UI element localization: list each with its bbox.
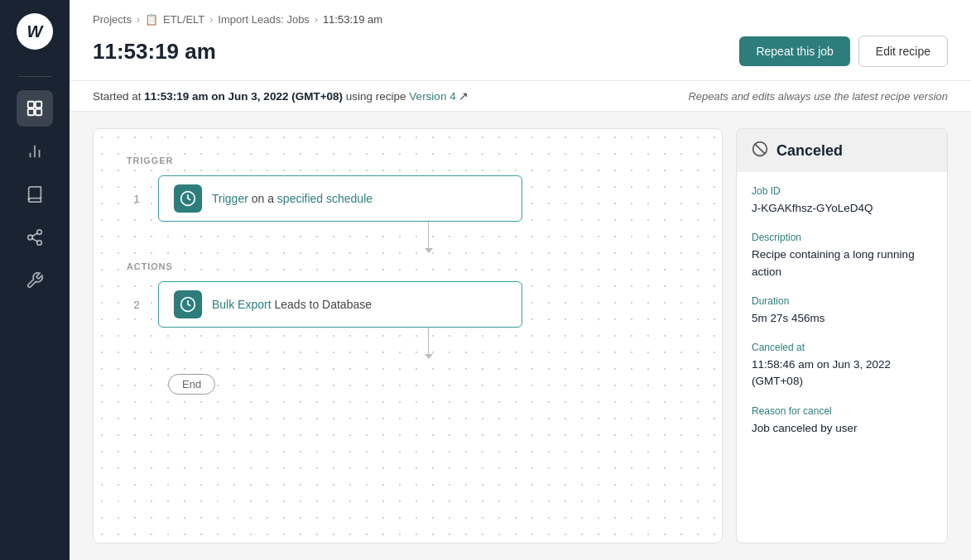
sidebar-item-community[interactable] bbox=[17, 176, 53, 213]
step-2-num: 2 bbox=[127, 294, 147, 314]
sidebar-item-recipes[interactable] bbox=[17, 90, 53, 127]
breadcrumb-sep-3: › bbox=[315, 14, 318, 26]
svg-point-7 bbox=[37, 230, 42, 235]
started-time: 11:53:19 am on Jun 3, 2022 (GMT+08) bbox=[144, 90, 343, 103]
duration-value: 5m 27s 456ms bbox=[752, 310, 932, 327]
connector-arrow-2 bbox=[425, 354, 433, 359]
content-area: TRIGGER 1 Trigger on a bbox=[70, 112, 971, 560]
canceled-at-field: Canceled at 11:58:46 am on Jun 3, 2022 (… bbox=[752, 342, 932, 390]
breadcrumb-sep-1: › bbox=[137, 14, 140, 26]
header-actions: Repeat this job Edit recipe bbox=[739, 36, 948, 67]
sub-header-info: Started at 11:53:19 am on Jun 3, 2022 (G… bbox=[93, 89, 469, 103]
sidebar-divider bbox=[18, 76, 51, 77]
page-title: 11:53:19 am bbox=[93, 39, 216, 65]
main-content: Projects › 📋 ETL/ELT › Import Leads: Job… bbox=[70, 0, 971, 560]
svg-point-9 bbox=[37, 241, 42, 246]
sidebar-item-connections[interactable] bbox=[17, 219, 53, 256]
step-2-icon bbox=[174, 290, 202, 318]
svg-rect-1 bbox=[36, 102, 41, 108]
step-1-trigger: Trigger bbox=[212, 192, 248, 205]
sidebar-item-tools[interactable] bbox=[17, 262, 53, 299]
panel-body: Job ID J-KGAKfhsz-GYoLeD4Q Description R… bbox=[737, 172, 947, 465]
svg-line-10 bbox=[32, 238, 37, 242]
external-link-icon: ↗ bbox=[459, 90, 469, 103]
canceled-at-label: Canceled at bbox=[752, 342, 932, 353]
breadcrumb-jobs[interactable]: Import Leads: Jobs bbox=[218, 13, 310, 26]
step-1-schedule: specified schedule bbox=[277, 192, 373, 205]
reason-label: Reason for cancel bbox=[752, 405, 932, 417]
step-1-icon bbox=[174, 184, 202, 213]
reason-value: Job canceled by user bbox=[752, 420, 932, 437]
flow-diagram: TRIGGER 1 Trigger on a bbox=[93, 128, 723, 543]
clock-icon bbox=[180, 190, 196, 207]
wrench-icon bbox=[26, 271, 44, 290]
breadcrumb-projects[interactable]: Projects bbox=[93, 13, 132, 26]
breadcrumb-current: 11:53:19 am bbox=[323, 13, 382, 26]
version-link[interactable]: Version 4 bbox=[409, 90, 455, 103]
step-1-text: Trigger on a specified schedule bbox=[212, 192, 373, 205]
reason-field: Reason for cancel Job canceled by user bbox=[752, 405, 932, 437]
logo-text: W bbox=[27, 22, 43, 41]
step-1-num: 1 bbox=[127, 189, 147, 208]
description-value: Recipe containing a long running action bbox=[752, 246, 932, 280]
flow-inner: TRIGGER 1 Trigger on a bbox=[94, 129, 722, 421]
breadcrumb-recipe-icon: 📋 bbox=[145, 13, 158, 26]
connector-2 bbox=[168, 328, 689, 364]
connector-arrow-1 bbox=[425, 248, 433, 253]
recipes-icon bbox=[26, 99, 44, 117]
connections-icon bbox=[26, 228, 44, 246]
breadcrumb-etl[interactable]: ETL/ELT bbox=[163, 13, 204, 26]
svg-point-8 bbox=[28, 235, 33, 240]
svg-line-11 bbox=[32, 233, 37, 237]
step-1-card[interactable]: Trigger on a specified schedule bbox=[158, 175, 522, 222]
step-2-card[interactable]: Bulk Export Leads to Database bbox=[158, 281, 522, 328]
svg-rect-0 bbox=[28, 102, 34, 108]
started-label: Started at bbox=[93, 90, 142, 103]
end-badge: End bbox=[168, 374, 215, 395]
clock-icon-2 bbox=[180, 296, 196, 313]
sub-header: Started at 11:53:19 am on Jun 3, 2022 (G… bbox=[70, 81, 971, 112]
side-panel: Canceled Job ID J-KGAKfhsz-GYoLeD4Q Desc… bbox=[736, 128, 948, 543]
step-2-text: Bulk Export Leads to Database bbox=[212, 298, 372, 311]
header: Projects › 📋 ETL/ELT › Import Leads: Job… bbox=[70, 0, 971, 81]
status-banner: Canceled bbox=[737, 129, 947, 172]
using-recipe-label: using recipe bbox=[346, 90, 410, 103]
connector-1 bbox=[168, 222, 689, 258]
connector-line-2 bbox=[428, 328, 430, 354]
svg-line-15 bbox=[755, 144, 765, 154]
job-id-value: J-KGAKfhsz-GYoLeD4Q bbox=[752, 200, 932, 217]
sidebar: W bbox=[0, 0, 70, 560]
breadcrumb: Projects › 📋 ETL/ELT › Import Leads: Job… bbox=[93, 13, 948, 26]
status-title: Canceled bbox=[776, 142, 843, 160]
repeat-job-button[interactable]: Repeat this job bbox=[739, 36, 849, 66]
end-node: End bbox=[168, 374, 689, 395]
edit-recipe-button[interactable]: Edit recipe bbox=[858, 36, 948, 67]
trigger-label: TRIGGER bbox=[127, 156, 689, 165]
header-row: 11:53:19 am Repeat this job Edit recipe bbox=[93, 36, 948, 80]
step-2-leads: Leads to Database bbox=[274, 298, 372, 311]
svg-rect-3 bbox=[36, 109, 41, 115]
duration-field: Duration 5m 27s 456ms bbox=[752, 295, 932, 327]
step-2-bulk-export: Bulk Export bbox=[212, 298, 272, 311]
canceled-at-value: 11:58:46 am on Jun 3, 2022 (GMT+08) bbox=[752, 357, 932, 390]
connector-line-1 bbox=[428, 222, 430, 248]
book-icon bbox=[26, 185, 44, 203]
dashboard-icon bbox=[26, 142, 44, 160]
flow-step-1: 1 Trigger on a specified schedule bbox=[127, 175, 689, 222]
description-label: Description bbox=[752, 232, 932, 243]
job-id-field: Job ID J-KGAKfhsz-GYoLeD4Q bbox=[752, 185, 932, 217]
duration-label: Duration bbox=[752, 295, 932, 307]
description-field: Description Recipe containing a long run… bbox=[752, 232, 932, 280]
svg-rect-2 bbox=[28, 109, 34, 115]
canceled-icon bbox=[752, 141, 768, 160]
repeats-note: Repeats and edits always use the latest … bbox=[688, 90, 948, 103]
job-id-label: Job ID bbox=[752, 185, 932, 197]
sidebar-item-dashboard[interactable] bbox=[17, 133, 53, 170]
actions-label: ACTIONS bbox=[127, 261, 689, 271]
logo[interactable]: W bbox=[17, 13, 53, 50]
breadcrumb-sep-2: › bbox=[209, 14, 213, 26]
step-1-on-a: on a bbox=[252, 192, 277, 205]
flow-step-2: 2 Bulk Export Leads to Database bbox=[127, 281, 689, 328]
